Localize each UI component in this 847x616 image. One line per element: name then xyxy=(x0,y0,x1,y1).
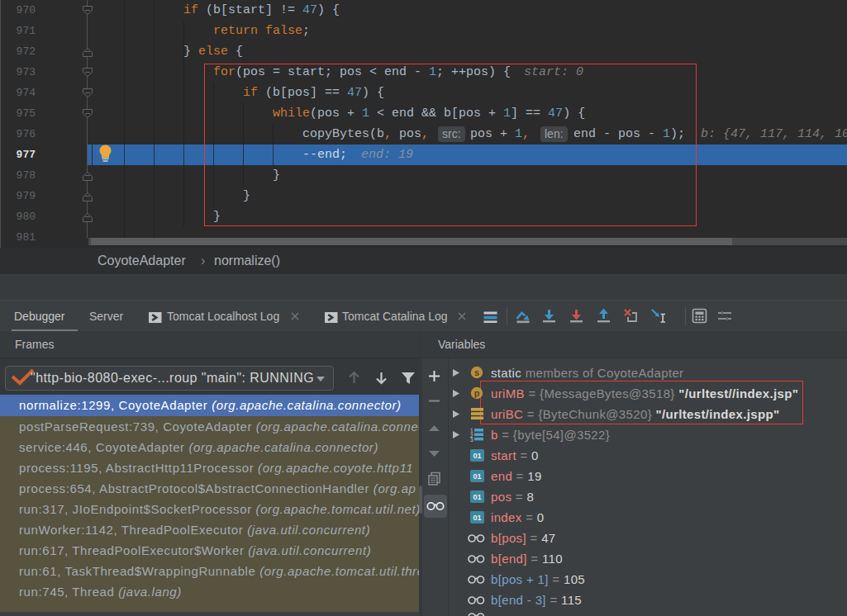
svg-text:01: 01 xyxy=(473,472,481,481)
svg-text:s: s xyxy=(474,367,479,377)
svg-text:01: 01 xyxy=(473,452,481,460)
svg-text:01: 01 xyxy=(473,514,481,522)
svg-text:p: p xyxy=(474,388,480,398)
svg-text:01: 01 xyxy=(473,493,481,501)
svg-text:3: 3 xyxy=(470,437,473,442)
